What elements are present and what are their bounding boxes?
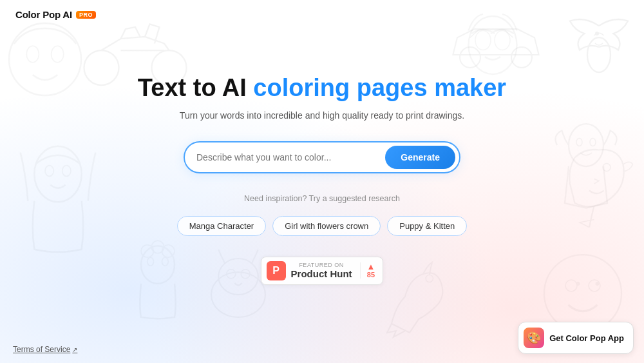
search-bar: Generate bbox=[184, 141, 460, 173]
product-hunt-icon: P bbox=[267, 261, 286, 280]
upvote-arrow-icon: ▲ bbox=[367, 262, 375, 271]
app-cta-button[interactable]: 🎨 Get Color Pop App bbox=[518, 322, 634, 354]
generate-button[interactable]: Generate bbox=[385, 146, 455, 169]
hero-section: Text to AI coloring pages maker Turn you… bbox=[138, 74, 506, 285]
product-hunt-label: FEATURED ON bbox=[291, 262, 352, 268]
app-cta-avatar: 🎨 bbox=[524, 328, 544, 348]
tos-label: Terms of Service bbox=[13, 345, 70, 354]
external-link-icon: ↗ bbox=[72, 346, 77, 353]
hero-title-static: Text to AI bbox=[138, 74, 253, 101]
hero-title: Text to AI coloring pages maker bbox=[138, 74, 506, 103]
search-input[interactable] bbox=[196, 152, 385, 162]
product-hunt-badge[interactable]: P FEATURED ON Product Hunt ▲ 85 bbox=[261, 257, 384, 285]
logo-badge: PRO bbox=[76, 11, 96, 19]
chip-manga[interactable]: Manga Character bbox=[177, 216, 266, 236]
inspiration-label: Need inspiration? Try a suggested resear… bbox=[244, 194, 400, 203]
footer: Terms of Service ↗ bbox=[13, 345, 77, 354]
header: Color Pop AI PRO bbox=[0, 0, 644, 29]
product-hunt-name: Product Hunt bbox=[291, 268, 352, 279]
app-cta-label: Get Color Pop App bbox=[549, 333, 624, 343]
product-hunt-text: FEATURED ON Product Hunt bbox=[291, 262, 352, 279]
logo: Color Pop AI PRO bbox=[15, 9, 96, 20]
suggestion-chips: Manga Character Girl with flowers crown … bbox=[177, 216, 467, 236]
product-hunt-upvote: ▲ 85 bbox=[360, 262, 375, 279]
hero-title-colored: coloring pages maker bbox=[253, 74, 506, 101]
hero-subtitle: Turn your words into incredible and high… bbox=[180, 110, 464, 121]
terms-of-service-link[interactable]: Terms of Service ↗ bbox=[13, 345, 77, 354]
main-content: Color Pop AI PRO Text to AI coloring pag… bbox=[0, 0, 644, 363]
chip-puppy[interactable]: Puppy & Kitten bbox=[387, 216, 467, 236]
logo-text: Color Pop AI bbox=[15, 9, 72, 20]
upvote-count: 85 bbox=[367, 271, 375, 279]
chip-girl[interactable]: Girl with flowers crown bbox=[272, 216, 381, 236]
